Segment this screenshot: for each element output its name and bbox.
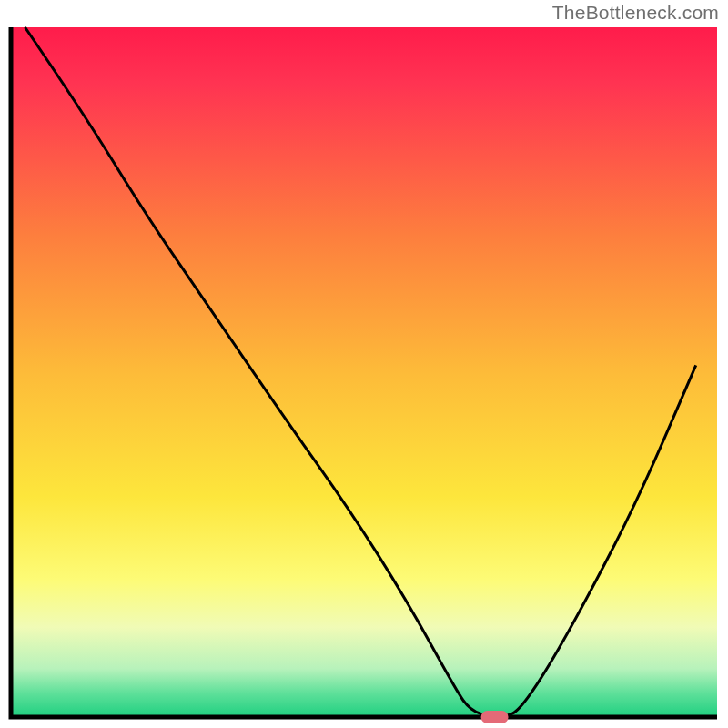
watermark-text: TheBottleneck.com xyxy=(552,2,719,24)
plot-background xyxy=(11,27,717,717)
bottleneck-chart: TheBottleneck.com xyxy=(0,0,728,728)
chart-svg xyxy=(0,0,728,728)
optimum-marker xyxy=(481,711,509,723)
